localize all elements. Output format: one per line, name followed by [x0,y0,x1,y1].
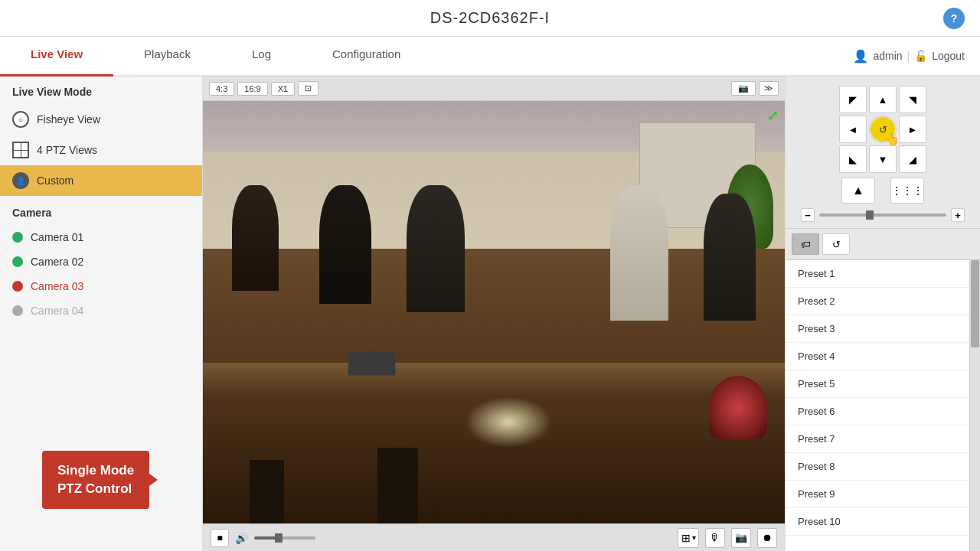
ptz-down-right[interactable]: ◢ [899,145,926,173]
preset-item-8[interactable]: Preset 8 [786,453,969,481]
ptz-up-left[interactable]: ◤ [839,86,867,113]
tab-patrol[interactable]: ↺ [822,233,850,255]
volume-icon: 🔊 [235,532,248,544]
sidebar-item-4ptz[interactable]: 4 PTZ Views [0,135,202,165]
tab-live-view[interactable]: Live View [0,37,113,77]
sidebar-item-fisheye[interactable]: ○ Fisheye View [0,104,202,135]
app-title: DS-2CD6362F-I [332,9,648,27]
tab-preset[interactable]: 🏷 [792,233,819,255]
ptz-down-left[interactable]: ◣ [839,145,867,173]
aspect-16-9[interactable]: 16:9 [237,82,267,96]
aspect-fit[interactable]: ⊡ [298,81,318,96]
preset-item-10[interactable]: Preset 10 [786,508,969,536]
view-select-button[interactable]: ⊞ ▾ [678,528,699,548]
logout-icon: 🔓 [914,50,927,62]
nav-separator: | [907,50,910,62]
ptz-up[interactable]: ▲ [869,86,897,113]
live-view-mode-title: Live View Mode [0,77,202,104]
fullscreen-icon[interactable]: ⤢ [767,107,779,124]
volume-slider-track[interactable] [254,536,315,540]
video-frame: ⤢ [203,101,785,523]
preset-item-1[interactable]: Preset 1 [786,260,969,288]
camera-01-label: Camera 01 [31,231,83,243]
nav-tabs: Live View Playback Log Configuration 👤 a… [0,37,980,77]
preset-item-5[interactable]: Preset 5 [786,370,969,398]
camera-select-button[interactable]: 📷 [731,81,756,96]
camera-item-01[interactable]: Camera 01 [0,225,202,249]
camera-section-title: Camera [0,196,202,225]
video-area: 4:3 16:9 X1 ⊡ 📷 ≫ [203,77,785,551]
camera-03-dot [12,281,23,292]
video-toolbar: 4:3 16:9 X1 ⊡ 📷 ≫ [203,77,785,101]
tab-log[interactable]: Log [221,37,302,77]
camera-04-label: Camera 04 [31,305,83,317]
custom-icon: 👤 [12,172,29,189]
ptz-tooltip: Single Mode PTZ Control [42,451,149,509]
aspect-4-3[interactable]: 4:3 [209,82,234,96]
preset-item-3[interactable]: Preset 3 [786,315,969,343]
camera-04-dot [12,305,23,316]
preset-item-9[interactable]: Preset 9 [786,481,969,508]
ptz-controls-area: ◤ ▲ ◥ ◄ ↺ 👆 ► ◣ ▼ ◢ [786,77,980,229]
ptz-panel: ◤ ▲ ◥ ◄ ↺ 👆 ► ◣ ▼ ◢ [785,77,980,551]
ptz-center-btn[interactable]: ↺ 👆 [869,116,897,143]
4ptz-label: 4 PTZ Views [37,144,97,156]
logout-link[interactable]: Logout [932,50,965,62]
preset-list-wrapper: Preset 1 Preset 2 Preset 3 Preset 4 Pres… [786,260,980,551]
zoom-slider-track[interactable] [819,214,946,217]
preset-scrollbar[interactable] [969,260,980,551]
camera-03-label: Camera 03 [31,280,83,292]
camera-item-02[interactable]: Camera 02 [0,249,202,274]
zoom-minus[interactable]: − [801,208,815,222]
camera-scene: ⤢ [203,101,785,523]
4ptz-icon [12,142,29,158]
ptz-tabs: 🏷 ↺ [786,229,980,260]
camera-item-03[interactable]: Camera 03 [0,274,202,298]
stop-button[interactable]: ■ [211,529,229,547]
fisheye-icon: ○ [12,111,29,128]
preset-item-2[interactable]: Preset 2 [786,288,969,315]
camera-01-dot [12,232,23,243]
tab-configuration[interactable]: Configuration [302,37,431,77]
camera-02-label: Camera 02 [31,256,83,268]
ptz-right[interactable]: ► [899,116,926,143]
aspect-x1[interactable]: X1 [271,82,295,96]
record-button[interactable]: ⏺ [757,528,777,548]
ptz-up-right[interactable]: ◥ [899,86,926,113]
tooltip-line2: PTZ Control [57,480,134,498]
main-content: Live View Mode ○ Fisheye View 4 PTZ View… [0,77,980,551]
sidebar: Live View Mode ○ Fisheye View 4 PTZ View… [0,77,203,551]
ptz-left[interactable]: ◄ [839,116,867,143]
help-button[interactable]: ? [943,8,965,29]
ptz-down[interactable]: ▼ [869,145,897,173]
ptz-focus-btn[interactable]: ▲ [841,178,875,204]
username: admin [873,50,902,62]
user-icon: 👤 [853,49,868,64]
sidebar-item-custom[interactable]: 👤 Custom [0,165,202,196]
tab-playback[interactable]: Playback [113,37,221,77]
tooltip-line1: Single Mode [57,461,134,480]
fisheye-label: Fisheye View [37,113,100,126]
preset-item-4[interactable]: Preset 4 [786,343,969,370]
preset-list: Preset 1 Preset 2 Preset 3 Preset 4 Pres… [786,260,969,551]
header: DS-2CD6362F-I ? [0,0,980,37]
video-controls: ■ 🔊 ⊞ ▾ 🎙 📷 ⏺ [203,523,785,551]
ptz-iris-btn[interactable]: ⋮⋮⋮ [890,178,924,204]
preset-item-6[interactable]: Preset 6 [786,398,969,425]
camera-02-dot [12,256,23,267]
zoom-plus[interactable]: + [951,208,965,222]
zoom-row: − + [798,208,968,222]
camera-item-04[interactable]: Camera 04 [0,298,202,323]
snapshot-button[interactable]: 📷 [731,528,751,548]
mic-button[interactable]: 🎙 [705,528,725,548]
custom-label: Custom [37,174,74,187]
preset-item-7[interactable]: Preset 7 [786,425,969,453]
stream-button[interactable]: ≫ [759,81,779,96]
nav-user-area: 👤 admin | 🔓 Logout [838,37,980,75]
